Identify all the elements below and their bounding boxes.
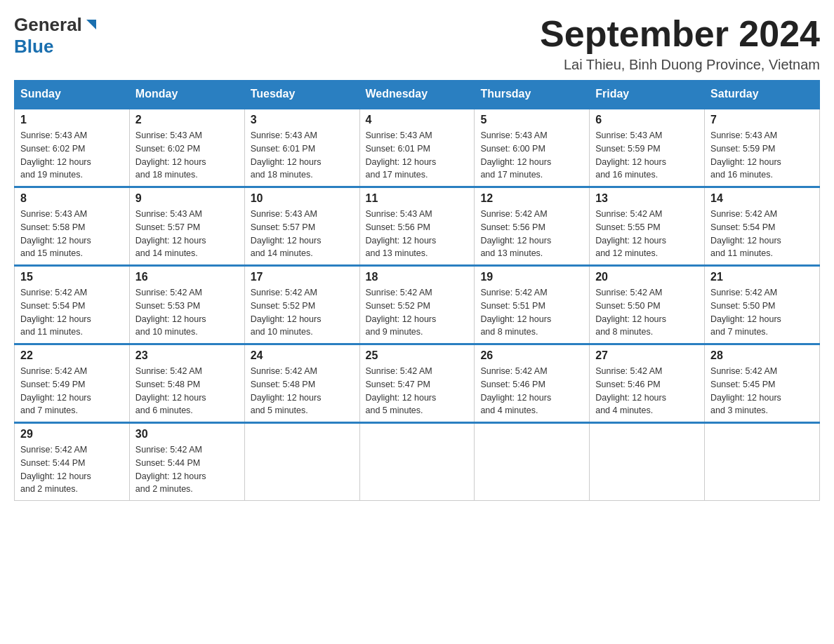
col-monday: Monday (129, 81, 244, 109)
day-info: Sunrise: 5:43 AMSunset: 6:02 PMDaylight:… (135, 130, 206, 180)
table-row (359, 423, 475, 501)
day-number: 15 (20, 271, 124, 283)
table-row: 27 Sunrise: 5:42 AMSunset: 5:46 PMDaylig… (590, 344, 705, 423)
calendar-week-5: 29 Sunrise: 5:42 AMSunset: 5:44 PMDaylig… (15, 423, 820, 501)
day-number: 23 (135, 349, 239, 362)
title-section: September 2024 Lai Thieu, Binh Duong Pro… (540, 14, 820, 73)
day-info: Sunrise: 5:42 AMSunset: 5:52 PMDaylight:… (366, 288, 437, 337)
day-number: 12 (480, 192, 583, 205)
table-row: 23 Sunrise: 5:42 AMSunset: 5:48 PMDaylig… (129, 344, 244, 423)
day-number: 9 (135, 192, 239, 205)
logo-general-text: General (14, 14, 82, 36)
calendar-week-2: 8 Sunrise: 5:43 AMSunset: 5:58 PMDayligh… (15, 187, 820, 266)
day-info: Sunrise: 5:43 AMSunset: 6:02 PMDaylight:… (20, 130, 91, 180)
day-info: Sunrise: 5:42 AMSunset: 5:54 PMDaylight:… (20, 288, 91, 337)
day-info: Sunrise: 5:42 AMSunset: 5:55 PMDaylight:… (595, 209, 666, 258)
table-row: 26 Sunrise: 5:42 AMSunset: 5:46 PMDaylig… (475, 344, 590, 423)
col-tuesday: Tuesday (244, 81, 359, 109)
day-number: 20 (595, 271, 699, 283)
day-number: 27 (595, 349, 699, 362)
day-number: 4 (366, 114, 469, 126)
day-number: 22 (20, 349, 124, 362)
logo-triangle-icon (84, 17, 99, 32)
table-row: 11 Sunrise: 5:43 AMSunset: 5:56 PMDaylig… (359, 187, 475, 266)
table-row (705, 423, 820, 501)
day-number: 16 (135, 271, 239, 283)
table-row: 20 Sunrise: 5:42 AMSunset: 5:50 PMDaylig… (590, 266, 705, 344)
day-number: 24 (251, 349, 354, 362)
table-row: 21 Sunrise: 5:42 AMSunset: 5:50 PMDaylig… (705, 266, 820, 344)
location-text: Lai Thieu, Binh Duong Province, Vietnam (540, 57, 820, 73)
calendar-week-3: 15 Sunrise: 5:42 AMSunset: 5:54 PMDaylig… (15, 266, 820, 344)
day-info: Sunrise: 5:42 AMSunset: 5:50 PMDaylight:… (595, 288, 666, 337)
day-info: Sunrise: 5:42 AMSunset: 5:46 PMDaylight:… (480, 366, 551, 415)
svg-marker-0 (86, 20, 96, 29)
day-number: 3 (251, 114, 354, 126)
day-info: Sunrise: 5:43 AMSunset: 5:57 PMDaylight:… (251, 209, 322, 258)
day-number: 5 (480, 114, 583, 126)
table-row: 7 Sunrise: 5:43 AMSunset: 5:59 PMDayligh… (705, 109, 820, 187)
page-header: General Blue September 2024 Lai Thieu, B… (14, 14, 820, 73)
table-row: 14 Sunrise: 5:42 AMSunset: 5:54 PMDaylig… (705, 187, 820, 266)
table-row: 3 Sunrise: 5:43 AMSunset: 6:01 PMDayligh… (244, 109, 359, 187)
day-number: 10 (251, 192, 354, 205)
day-info: Sunrise: 5:43 AMSunset: 5:59 PMDaylight:… (595, 130, 666, 180)
day-number: 17 (251, 271, 354, 283)
day-number: 30 (135, 428, 239, 441)
day-info: Sunrise: 5:43 AMSunset: 5:56 PMDaylight:… (366, 209, 437, 258)
day-number: 28 (710, 349, 814, 362)
day-info: Sunrise: 5:42 AMSunset: 5:56 PMDaylight:… (480, 209, 551, 258)
day-info: Sunrise: 5:42 AMSunset: 5:53 PMDaylight:… (135, 288, 206, 337)
calendar-header-row: Sunday Monday Tuesday Wednesday Thursday… (15, 81, 820, 109)
day-info: Sunrise: 5:43 AMSunset: 5:57 PMDaylight:… (135, 209, 206, 258)
day-number: 2 (135, 114, 239, 126)
day-number: 18 (366, 271, 469, 283)
day-info: Sunrise: 5:42 AMSunset: 5:44 PMDaylight:… (20, 445, 91, 494)
table-row: 13 Sunrise: 5:42 AMSunset: 5:55 PMDaylig… (590, 187, 705, 266)
day-number: 14 (710, 192, 814, 205)
logo: General Blue (14, 14, 99, 58)
day-number: 13 (595, 192, 699, 205)
day-info: Sunrise: 5:42 AMSunset: 5:50 PMDaylight:… (710, 288, 781, 337)
table-row: 2 Sunrise: 5:43 AMSunset: 6:02 PMDayligh… (129, 109, 244, 187)
day-info: Sunrise: 5:42 AMSunset: 5:52 PMDaylight:… (251, 288, 322, 337)
month-title: September 2024 (540, 14, 820, 54)
day-info: Sunrise: 5:43 AMSunset: 5:58 PMDaylight:… (20, 209, 91, 258)
logo-blue-text: Blue (14, 36, 53, 58)
day-number: 29 (20, 428, 124, 441)
table-row: 5 Sunrise: 5:43 AMSunset: 6:00 PMDayligh… (475, 109, 590, 187)
calendar-table: Sunday Monday Tuesday Wednesday Thursday… (14, 80, 820, 501)
table-row: 28 Sunrise: 5:42 AMSunset: 5:45 PMDaylig… (705, 344, 820, 423)
table-row: 17 Sunrise: 5:42 AMSunset: 5:52 PMDaylig… (244, 266, 359, 344)
day-number: 21 (710, 271, 814, 283)
table-row: 29 Sunrise: 5:42 AMSunset: 5:44 PMDaylig… (15, 423, 130, 501)
col-thursday: Thursday (475, 81, 590, 109)
table-row: 8 Sunrise: 5:43 AMSunset: 5:58 PMDayligh… (15, 187, 130, 266)
day-info: Sunrise: 5:42 AMSunset: 5:47 PMDaylight:… (366, 366, 437, 415)
day-info: Sunrise: 5:42 AMSunset: 5:51 PMDaylight:… (480, 288, 551, 337)
day-info: Sunrise: 5:43 AMSunset: 6:00 PMDaylight:… (480, 130, 551, 180)
col-friday: Friday (590, 81, 705, 109)
table-row (475, 423, 590, 501)
day-number: 19 (480, 271, 583, 283)
day-number: 6 (595, 114, 699, 126)
col-wednesday: Wednesday (359, 81, 475, 109)
day-info: Sunrise: 5:43 AMSunset: 5:59 PMDaylight:… (710, 130, 781, 180)
table-row (590, 423, 705, 501)
col-sunday: Sunday (15, 81, 130, 109)
day-number: 11 (366, 192, 469, 205)
day-number: 7 (710, 114, 814, 126)
table-row: 24 Sunrise: 5:42 AMSunset: 5:48 PMDaylig… (244, 344, 359, 423)
table-row: 6 Sunrise: 5:43 AMSunset: 5:59 PMDayligh… (590, 109, 705, 187)
day-number: 1 (20, 114, 124, 126)
table-row: 9 Sunrise: 5:43 AMSunset: 5:57 PMDayligh… (129, 187, 244, 266)
table-row: 30 Sunrise: 5:42 AMSunset: 5:44 PMDaylig… (129, 423, 244, 501)
day-info: Sunrise: 5:42 AMSunset: 5:46 PMDaylight:… (595, 366, 666, 415)
day-info: Sunrise: 5:43 AMSunset: 6:01 PMDaylight:… (366, 130, 437, 180)
table-row: 10 Sunrise: 5:43 AMSunset: 5:57 PMDaylig… (244, 187, 359, 266)
day-info: Sunrise: 5:42 AMSunset: 5:45 PMDaylight:… (710, 366, 781, 415)
calendar-week-4: 22 Sunrise: 5:42 AMSunset: 5:49 PMDaylig… (15, 344, 820, 423)
day-number: 26 (480, 349, 583, 362)
table-row: 18 Sunrise: 5:42 AMSunset: 5:52 PMDaylig… (359, 266, 475, 344)
table-row: 4 Sunrise: 5:43 AMSunset: 6:01 PMDayligh… (359, 109, 475, 187)
